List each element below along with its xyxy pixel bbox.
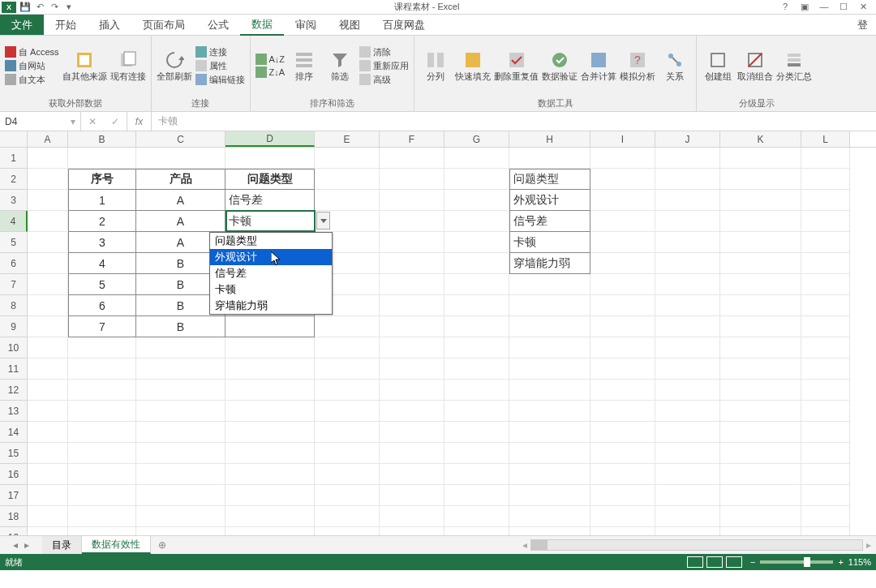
page-layout-view-icon[interactable] bbox=[706, 556, 723, 568]
row-header[interactable]: 2 bbox=[0, 169, 28, 190]
tab-baidu[interactable]: 百度网盘 bbox=[371, 15, 436, 35]
redo-icon[interactable]: ↷ bbox=[49, 2, 60, 13]
horizontal-scrollbar[interactable]: ◂ ▸ bbox=[174, 536, 876, 554]
col-header[interactable]: K bbox=[720, 131, 801, 147]
existing-connections-button[interactable]: 现有连接 bbox=[110, 50, 146, 81]
zoom-level[interactable]: 115% bbox=[848, 557, 871, 567]
dropdown-item[interactable]: 穿墙能力弱 bbox=[210, 298, 332, 314]
tab-file[interactable]: 文件 bbox=[0, 15, 44, 35]
cell[interactable]: 信号差 bbox=[509, 211, 590, 232]
ribbon-collapse-icon[interactable]: ▣ bbox=[798, 2, 811, 12]
refresh-all-button[interactable]: 全部刷新 bbox=[157, 50, 192, 81]
tab-view[interactable]: 视图 bbox=[328, 15, 371, 35]
login-link[interactable]: 登 bbox=[849, 15, 876, 35]
from-web-button[interactable]: 自网站 bbox=[5, 60, 59, 72]
data-validation-dropdown[interactable]: 问题类型 外观设计 信号差 卡顿 穿墙能力弱 bbox=[209, 232, 333, 315]
qat-more-icon[interactable]: ▾ bbox=[63, 2, 75, 13]
reapply-button[interactable]: 重新应用 bbox=[359, 60, 409, 72]
cell[interactable]: 产品 bbox=[136, 169, 225, 190]
col-header[interactable]: B bbox=[68, 131, 136, 147]
undo-icon[interactable]: ↶ bbox=[34, 2, 45, 13]
next-sheet-icon[interactable]: ▸ bbox=[24, 539, 29, 551]
row-header[interactable]: 3 bbox=[0, 190, 28, 211]
sheet-tab[interactable]: 数据有效性 bbox=[82, 536, 151, 554]
col-header[interactable]: H bbox=[509, 131, 590, 147]
subtotal-button[interactable]: 分类汇总 bbox=[776, 50, 812, 81]
accept-formula-icon[interactable]: ✓ bbox=[104, 116, 127, 127]
col-header[interactable]: C bbox=[136, 131, 225, 147]
cell[interactable]: 2 bbox=[68, 211, 136, 232]
save-icon[interactable]: 💾 bbox=[19, 2, 31, 13]
clear-filter-button[interactable]: 清除 bbox=[359, 46, 409, 58]
col-header[interactable]: D bbox=[225, 131, 315, 147]
select-all-corner[interactable] bbox=[0, 131, 28, 147]
data-validation-button[interactable]: 数据验证 bbox=[542, 50, 578, 81]
cell[interactable]: 4 bbox=[68, 253, 136, 274]
dropdown-item[interactable]: 卡顿 bbox=[210, 281, 332, 298]
sheet-nav[interactable]: ◂▸ bbox=[0, 536, 42, 554]
row-header[interactable]: 8 bbox=[0, 295, 28, 316]
ungroup-button[interactable]: 取消组合 bbox=[737, 50, 773, 81]
edit-links-button[interactable]: 编辑链接 bbox=[195, 74, 245, 86]
active-cell[interactable]: 卡顿 bbox=[225, 211, 315, 232]
maximize-icon[interactable]: ☐ bbox=[837, 2, 850, 12]
help-icon[interactable]: ? bbox=[779, 2, 792, 12]
row-header[interactable]: 19 bbox=[0, 527, 28, 535]
worksheet-grid[interactable]: A B C D E F G H I J K L 1 2 序号 产品 问题类型 问… bbox=[0, 131, 876, 535]
cell[interactable]: B bbox=[136, 316, 225, 337]
row-header[interactable]: 13 bbox=[0, 401, 28, 422]
tab-data[interactable]: 数据 bbox=[240, 15, 284, 36]
cell[interactable]: 外观设计 bbox=[509, 190, 590, 211]
row-header[interactable]: 9 bbox=[0, 316, 28, 337]
view-shortcuts[interactable] bbox=[687, 556, 742, 568]
add-sheet-button[interactable]: ⊕ bbox=[151, 536, 174, 554]
whatif-button[interactable]: ?模拟分析 bbox=[620, 50, 655, 81]
row-header[interactable]: 16 bbox=[0, 464, 28, 485]
row-header[interactable]: 15 bbox=[0, 443, 28, 464]
cell[interactable]: 5 bbox=[68, 274, 136, 295]
row-header[interactable]: 4 bbox=[0, 211, 28, 232]
cell[interactable]: 7 bbox=[68, 316, 136, 337]
tab-formulas[interactable]: 公式 bbox=[196, 15, 240, 35]
connections-button[interactable]: 连接 bbox=[195, 46, 245, 58]
cell[interactable]: 6 bbox=[68, 295, 136, 316]
zoom-in-icon[interactable]: + bbox=[838, 557, 843, 567]
tab-insert[interactable]: 插入 bbox=[88, 15, 131, 35]
row-header[interactable]: 1 bbox=[0, 148, 28, 169]
close-icon[interactable]: ✕ bbox=[857, 2, 870, 12]
cell[interactable]: 问题类型 bbox=[225, 169, 315, 190]
row-header[interactable]: 5 bbox=[0, 232, 28, 253]
cell[interactable]: 问题类型 bbox=[509, 169, 590, 190]
page-break-view-icon[interactable] bbox=[726, 556, 742, 568]
cell[interactable]: 序号 bbox=[68, 169, 136, 190]
sort-button[interactable]: 排序 bbox=[288, 50, 320, 81]
cell[interactable]: 信号差 bbox=[225, 190, 315, 211]
row-header[interactable]: 12 bbox=[0, 380, 28, 401]
fx-icon[interactable]: fx bbox=[127, 112, 152, 131]
formula-input[interactable]: 卡顿 bbox=[152, 112, 876, 131]
col-header[interactable]: G bbox=[444, 131, 509, 147]
zoom-controls[interactable]: − + 115% bbox=[750, 557, 871, 567]
col-header[interactable]: L bbox=[801, 131, 850, 147]
filter-button[interactable]: 筛选 bbox=[324, 50, 356, 81]
text-to-columns-button[interactable]: 分列 bbox=[419, 50, 452, 81]
sort-asc-button[interactable]: A↓Z bbox=[256, 54, 286, 65]
from-other-button[interactable]: 自其他来源 bbox=[62, 50, 107, 81]
row-header[interactable]: 18 bbox=[0, 506, 28, 527]
row-header[interactable]: 10 bbox=[0, 337, 28, 358]
sort-desc-button[interactable]: Z↓A bbox=[256, 67, 286, 78]
group-button[interactable]: 创建组 bbox=[702, 50, 734, 81]
cell[interactable]: 3 bbox=[68, 232, 136, 253]
dropdown-item[interactable]: 信号差 bbox=[210, 265, 332, 281]
flash-fill-button[interactable]: 快速填充 bbox=[455, 50, 491, 81]
cancel-formula-icon[interactable]: ✕ bbox=[81, 116, 104, 127]
prev-sheet-icon[interactable]: ◂ bbox=[13, 539, 18, 551]
cell[interactable]: A bbox=[136, 190, 225, 211]
row-header[interactable]: 14 bbox=[0, 422, 28, 443]
row-header[interactable]: 11 bbox=[0, 358, 28, 380]
data-validation-arrow[interactable] bbox=[316, 212, 330, 230]
cell[interactable]: A bbox=[136, 211, 225, 232]
cell[interactable] bbox=[225, 316, 315, 337]
cell[interactable]: 1 bbox=[68, 190, 136, 211]
tab-pagelayout[interactable]: 页面布局 bbox=[131, 15, 196, 35]
